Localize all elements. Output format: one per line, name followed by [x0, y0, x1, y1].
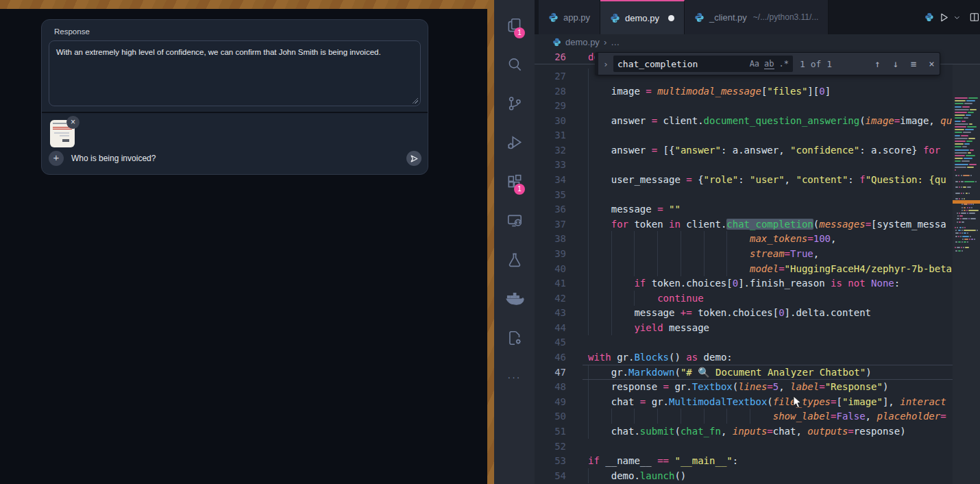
sidebar-item-run-debug[interactable] [494, 123, 535, 162]
code-line[interactable]: 54 demo.launch() [535, 468, 980, 483]
send-button[interactable] [406, 151, 421, 166]
find-next-button[interactable]: ↓ [892, 58, 898, 69]
code-line[interactable]: 45 [535, 335, 980, 350]
resize-handle-icon[interactable] [412, 97, 418, 104]
tab-client-py[interactable]: _client.py ~/.../python3.11/... [685, 0, 829, 34]
code-line[interactable]: 31 [535, 128, 980, 143]
line-number[interactable]: 43 [535, 305, 566, 320]
code-line[interactable]: 33 [535, 157, 980, 172]
code-line[interactable]: 43 message += token.choices[0].delta.con… [535, 305, 980, 320]
chat-input[interactable]: Who is being invoiced? [71, 154, 156, 163]
minimap-line [969, 213, 975, 214]
code-token: gr. [646, 396, 669, 407]
sidebar-item-extensions[interactable]: 1 [494, 162, 535, 201]
response-textarea[interactable]: With an extremely high level of confiden… [49, 40, 421, 106]
sidebar-item-explorer[interactable]: 1 [494, 5, 535, 45]
code-line[interactable]: 53if __name__ == "__main__": [535, 453, 980, 468]
line-number[interactable]: 30 [535, 113, 566, 128]
code-line[interactable]: 41 if token.choices[0].finish_reason is … [535, 276, 980, 291]
code-line[interactable]: 34 user_message = {"role": "user", "cont… [535, 172, 980, 187]
code-line[interactable]: 30 answer = client.document_question_ans… [535, 113, 980, 128]
line-number[interactable]: 50 [535, 409, 566, 424]
code-line[interactable]: 52 [535, 439, 980, 454]
line-number[interactable]: 49 [535, 394, 566, 409]
line-number[interactable]: 47 [535, 365, 566, 380]
line-number[interactable]: 53 [535, 453, 566, 468]
line-number[interactable]: 26 [535, 49, 566, 64]
code-line[interactable]: 42 continue [535, 291, 980, 306]
line-number[interactable]: 27 [535, 69, 566, 84]
line-number[interactable]: 51 [535, 424, 566, 439]
line-number[interactable]: 45 [535, 335, 566, 350]
code-line[interactable]: 37 for token in client.chat_completion(m… [535, 217, 980, 232]
match-case-button[interactable]: Aa [750, 59, 759, 69]
code-line[interactable]: 38 max_tokens=100, [535, 231, 980, 246]
line-number[interactable]: 35 [535, 187, 566, 202]
line-number[interactable]: 31 [535, 128, 566, 143]
line-number[interactable]: 28 [535, 84, 566, 99]
code-token: = [866, 219, 871, 230]
line-number[interactable]: 32 [535, 143, 566, 158]
code-line[interactable]: 46with gr.Blocks() as demo: [535, 350, 980, 365]
add-file-button[interactable]: + [49, 151, 64, 166]
find-input[interactable]: chat_completion Aa ab .* [613, 56, 793, 72]
line-number[interactable]: 29 [535, 98, 566, 113]
code-line[interactable]: 32 answer = [{"answer": a.answer, "confi… [535, 143, 980, 158]
regex-button[interactable]: .* [779, 59, 789, 69]
explorer-badge: 1 [514, 27, 525, 38]
modified-dot-icon[interactable] [668, 15, 674, 21]
code-line[interactable]: 35 [535, 187, 980, 202]
find-close-button[interactable]: × [929, 58, 934, 69]
line-number[interactable]: 52 [535, 439, 566, 454]
code-line[interactable]: 29 [535, 98, 980, 113]
remove-attachment-button[interactable]: × [66, 116, 79, 129]
account-button[interactable] [494, 468, 535, 484]
line-number[interactable]: 34 [535, 172, 566, 187]
code-line[interactable]: 48 response = gr.Textbox(lines=5, label=… [535, 379, 980, 394]
sidebar-item-source-control[interactable] [494, 84, 535, 123]
code-line[interactable]: 28 image = multimodal_message["files"][0… [535, 84, 980, 99]
line-number[interactable]: 39 [535, 246, 566, 261]
sidebar-item-remote-explorer[interactable] [494, 201, 535, 240]
code-line[interactable]: 40 model="HuggingFaceH4/zephyr-7b-beta [535, 261, 980, 276]
run-button[interactable] [938, 12, 950, 23]
line-number[interactable]: 46 [535, 350, 566, 365]
line-number[interactable]: 42 [535, 291, 566, 306]
tab-app-py[interactable]: app.py [539, 0, 600, 34]
code-text: answer = [{"answer": a.answer, "confiden… [588, 143, 940, 158]
line-number[interactable]: 40 [535, 261, 566, 276]
tab-demo-py[interactable]: demo.py [600, 0, 685, 34]
code-line[interactable]: 47 gr.Markdown("# 🔍 Document Analyzer Ch… [535, 365, 980, 380]
sidebar-item-make-tools[interactable] [494, 318, 535, 357]
sidebar-item-docker[interactable] [494, 279, 535, 318]
line-number[interactable]: 41 [535, 276, 566, 291]
code-line[interactable]: 44 yield message [535, 320, 980, 335]
code-line[interactable]: 50 show_label=False, placeholder= [535, 409, 980, 424]
sidebar-item-testing[interactable] [494, 240, 535, 279]
breadcrumb-more[interactable]: … [611, 37, 620, 47]
minimap[interactable] [953, 49, 980, 484]
more-views-button[interactable]: ··· [494, 357, 535, 396]
code-editor[interactable]: 26def › chat_completion Aa ab .* 1 of 1 … [535, 49, 980, 484]
line-number[interactable]: 38 [535, 231, 566, 246]
find-expand-chevron-icon[interactable]: › [598, 59, 613, 69]
breadcrumb-file[interactable]: demo.py [565, 37, 600, 47]
line-number[interactable]: 33 [535, 157, 566, 172]
sidebar-item-search[interactable] [494, 45, 535, 84]
code-line[interactable]: 36 message = "" [535, 202, 980, 217]
code-line[interactable]: 51 chat.submit(chat_fn, inputs=chat, out… [535, 424, 980, 439]
minimap-line [964, 210, 966, 211]
find-previous-button[interactable]: ↑ [874, 58, 880, 69]
line-number[interactable]: 36 [535, 202, 566, 217]
line-number[interactable]: 37 [535, 217, 566, 232]
whole-word-button[interactable]: ab [764, 59, 774, 69]
find-in-selection-button[interactable]: ≡ [911, 58, 916, 69]
line-number[interactable]: 44 [535, 320, 566, 335]
code-line[interactable]: 39 stream=True, [535, 246, 980, 261]
line-number[interactable]: 48 [535, 379, 566, 394]
run-dropdown-chevron-icon[interactable] [953, 14, 961, 21]
breadcrumb[interactable]: demo.py › … [535, 34, 980, 49]
split-editor-button[interactable] [969, 12, 980, 23]
code-line[interactable]: 49 chat = gr.MultimodalTextbox(file_type… [535, 394, 980, 409]
line-number[interactable]: 54 [535, 468, 566, 483]
